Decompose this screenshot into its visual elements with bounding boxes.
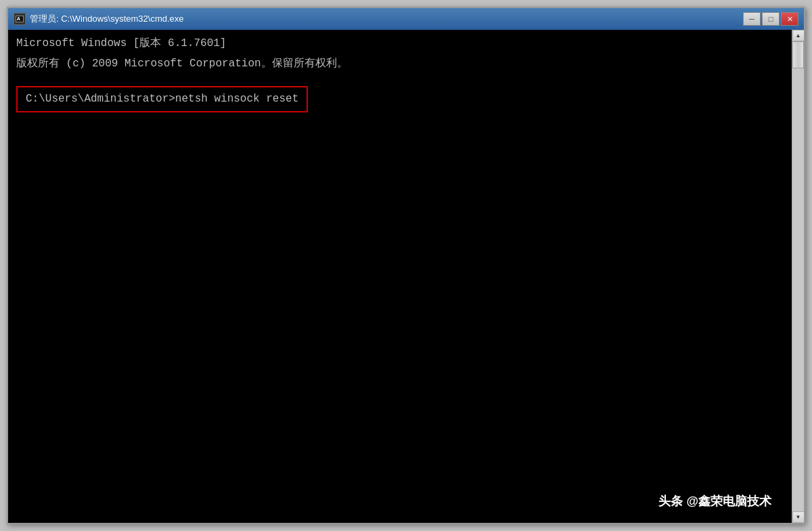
minimize-button[interactable]: ─ — [743, 12, 761, 26]
title-bar: 管理员: C:\Windows\system32\cmd.exe ─ □ ✕ — [8, 8, 804, 30]
cmd-icon-inner — [16, 16, 24, 22]
command-text: C:\Users\Administrator>netsh winsock res… — [26, 93, 298, 105]
terminal-area[interactable]: Microsoft Windows [版本 6.1.7601] 版权所有 (c)… — [8, 30, 792, 523]
main-content: Microsoft Windows [版本 6.1.7601] 版权所有 (c)… — [8, 30, 804, 523]
cmd-window: 管理员: C:\Windows\system32\cmd.exe ─ □ ✕ M… — [7, 7, 805, 524]
cmd-icon — [14, 13, 26, 25]
version-line: Microsoft Windows [版本 6.1.7601] — [16, 35, 784, 53]
scroll-track[interactable] — [792, 41, 804, 511]
close-button[interactable]: ✕ — [781, 12, 798, 26]
scrollbar-vertical[interactable]: ▲ ▼ — [792, 30, 804, 523]
window-title: 管理员: C:\Windows\system32\cmd.exe — [30, 13, 184, 25]
command-highlight-box: C:\Users\Administrator>netsh winsock res… — [16, 86, 308, 112]
scroll-down-arrow[interactable]: ▼ — [792, 511, 805, 523]
maximize-button[interactable]: □ — [762, 12, 780, 26]
title-bar-left: 管理员: C:\Windows\system32\cmd.exe — [14, 13, 184, 25]
scroll-up-arrow[interactable]: ▲ — [792, 30, 805, 41]
watermark: 头条 @鑫荣电脑技术 — [658, 493, 771, 509]
title-bar-controls: ─ □ ✕ — [743, 12, 798, 26]
scroll-thumb[interactable] — [792, 41, 804, 68]
copyright-line: 版权所有 (c) 2009 Microsoft Corporation。保留所有… — [16, 56, 784, 73]
